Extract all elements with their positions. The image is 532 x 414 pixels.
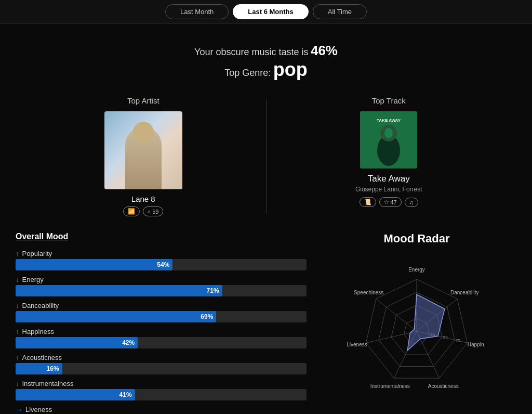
track-badges: 📜 ☆ 47 ♫ <box>360 197 419 207</box>
bar-arrow-instrumentalness: ↓ <box>16 380 19 387</box>
artist-badges: 📶 ▵ 59 <box>123 206 163 216</box>
bar-container-danceability: 69% <box>16 311 307 322</box>
svg-marker-19 <box>407 294 445 351</box>
bar-fill-danceability: 69% <box>16 311 216 322</box>
bar-fill-instrumentalness: 41% <box>16 389 135 400</box>
top-track-label: Top Track <box>372 96 406 105</box>
mood-bar-row-popularity: ↑Popularity54% <box>16 250 307 270</box>
star-icon: ☆ <box>384 199 389 205</box>
track-image-inner: TAKE AWAY <box>360 111 417 169</box>
spotify-badge[interactable]: ♫ <box>405 198 418 207</box>
top-track-section: Top Track TAKE AWAY Take Away Giuseppe L… <box>277 96 501 207</box>
bar-pct-happiness: 42% <box>122 339 135 346</box>
bar-name-liveness: Liveness <box>25 406 52 413</box>
bar-container-acousticness: 16% <box>16 363 307 374</box>
svg-text:Instrumentalness: Instrumentalness <box>370 383 410 389</box>
mood-radar-chart: 255075 EnergyDanceabilityHappin.Acoustic… <box>328 256 505 402</box>
svg-text:Acousticness: Acousticness <box>428 383 459 389</box>
mood-radar-title: Mood Radar <box>383 232 449 245</box>
mood-bar-row-happiness: ↑Happiness42% <box>16 328 307 348</box>
overall-mood-title: Overall Mood <box>16 232 307 241</box>
radar-shape <box>407 294 445 351</box>
wifi-icon: 📶 <box>128 208 135 215</box>
bar-label-happiness: ↑Happiness <box>16 328 307 335</box>
bar-name-popularity: Popularity <box>22 250 52 257</box>
time-range-tabs: Last Month Last 6 Months All Time <box>0 0 532 24</box>
lyrics-icon: 📜 <box>364 199 371 205</box>
top-artist-section: Top Artist Lane 8 📶 ▵ 59 <box>31 96 256 216</box>
mood-bar-row-liveness: →Liveness13% <box>16 406 307 414</box>
genre-prefix: Top Genre: <box>224 68 271 78</box>
svg-text:Energy: Energy <box>408 267 425 273</box>
bar-label-danceability: ↓Danceability <box>16 302 307 309</box>
svg-text:Happin.: Happin. <box>468 342 485 347</box>
artist-rank-badge[interactable]: ▵ 59 <box>143 206 163 216</box>
tab-last-6-months[interactable]: Last 6 Months <box>233 4 308 19</box>
rank-icon: ▵ <box>148 208 151 215</box>
bar-pct-instrumentalness: 41% <box>119 391 132 398</box>
bar-container-popularity: 54% <box>16 259 307 270</box>
svg-text:TAKE AWAY: TAKE AWAY <box>377 118 401 123</box>
bar-name-instrumentalness: Instrumentalness <box>22 380 74 387</box>
artist-image <box>104 111 182 189</box>
svg-text:Speechiness: Speechiness <box>354 290 383 295</box>
track-art-svg: TAKE AWAY <box>360 111 417 169</box>
popularity-badge[interactable]: ☆ 47 <box>379 197 402 207</box>
obscure-prefix: Your obscure music taste is <box>194 47 308 57</box>
lyrics-badge[interactable]: 📜 <box>360 197 376 207</box>
bar-arrow-happiness: ↑ <box>16 328 19 335</box>
genre-name: pop <box>273 59 308 80</box>
tab-all-time[interactable]: All Time <box>313 4 367 19</box>
bar-arrow-popularity: ↑ <box>16 250 19 257</box>
genre-line: Top Genre: pop <box>10 59 522 81</box>
bar-label-instrumentalness: ↓Instrumentalness <box>16 380 307 387</box>
bar-container-happiness: 42% <box>16 337 307 348</box>
bar-container-energy: 71% <box>16 285 307 296</box>
track-artists: Giuseppe Lanni, Forrest <box>355 186 422 193</box>
bar-arrow-danceability: ↓ <box>16 302 19 309</box>
mood-radar-section: Mood Radar 255075 EnergyDanceabilityHapp… <box>317 232 516 414</box>
obscure-taste-section: Your obscure music taste is 46% Top Genr… <box>0 24 532 91</box>
tab-last-month[interactable]: Last Month <box>165 4 229 19</box>
bar-arrow-liveness: → <box>16 406 22 413</box>
mood-bars-container: ↑Popularity54%↓Energy71%↓Danceability69%… <box>16 250 307 414</box>
section-divider <box>266 99 267 214</box>
svg-text:Liveness: Liveness <box>347 342 367 347</box>
bottom-section: Overall Mood ↑Popularity54%↓Energy71%↓Da… <box>0 227 532 414</box>
bar-fill-popularity: 54% <box>16 259 172 270</box>
bar-name-happiness: Happiness <box>22 328 54 335</box>
bar-arrow-energy: ↓ <box>16 276 19 283</box>
track-image: TAKE AWAY <box>360 111 417 169</box>
artist-name: Lane 8 <box>131 195 155 203</box>
bar-arrow-acousticness: ↑ <box>16 354 19 361</box>
bar-pct-acousticness: 16% <box>47 365 59 372</box>
bar-fill-acousticness: 16% <box>16 363 62 374</box>
top-artists-tracks-row: Top Artist Lane 8 📶 ▵ 59 Top Track <box>0 91 532 227</box>
artist-wifi-badge[interactable]: 📶 <box>123 206 140 216</box>
bar-fill-happiness: 42% <box>16 337 138 348</box>
bar-label-acousticness: ↑Acousticness <box>16 354 307 361</box>
svg-point-4 <box>384 128 393 138</box>
bar-label-liveness: →Liveness <box>16 406 307 413</box>
bar-name-acousticness: Acousticness <box>22 354 62 361</box>
track-name: Take Away <box>368 174 410 184</box>
bar-label-energy: ↓Energy <box>16 276 307 283</box>
mood-bar-row-danceability: ↓Danceability69% <box>16 302 307 322</box>
rank-value: 59 <box>152 209 158 215</box>
spotify-icon: ♫ <box>409 199 414 205</box>
svg-line-18 <box>376 299 417 331</box>
mood-bar-row-energy: ↓Energy71% <box>16 276 307 296</box>
mood-bar-row-acousticness: ↑Acousticness16% <box>16 354 307 374</box>
bar-container-instrumentalness: 41% <box>16 389 307 400</box>
obscure-taste-text: Your obscure music taste is 46% <box>10 43 522 59</box>
mood-bar-row-instrumentalness: ↓Instrumentalness41% <box>16 380 307 400</box>
bar-label-popularity: ↑Popularity <box>16 250 307 257</box>
bar-pct-danceability: 69% <box>201 313 213 320</box>
bar-name-danceability: Danceability <box>22 302 59 309</box>
bar-pct-popularity: 54% <box>157 261 169 268</box>
svg-text:Danceability: Danceability <box>450 290 478 295</box>
bar-pct-energy: 71% <box>207 287 219 294</box>
top-artist-label: Top Artist <box>127 96 159 105</box>
bar-fill-energy: 71% <box>16 285 222 296</box>
obscure-percentage: 46% <box>311 43 338 58</box>
